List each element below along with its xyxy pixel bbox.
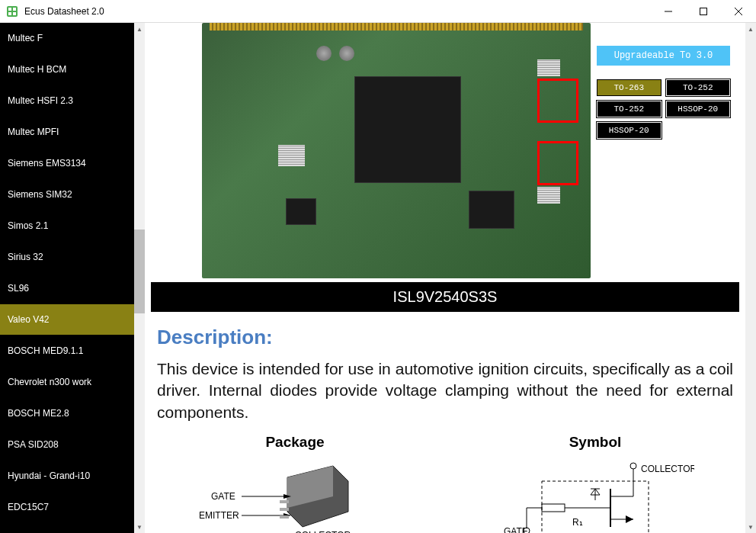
sidebar-item-ecu[interactable]: EDC15C7 — [0, 492, 134, 523]
side-panel: Upgradeable To 3.0 TO-263TO-252TO-252HSS… — [597, 46, 730, 139]
part-title: ISL9V2540S3S — [151, 282, 739, 312]
sidebar-item-ecu[interactable]: PSA SID208 — [0, 429, 134, 461]
minimize-button[interactable] — [651, 0, 686, 23]
sidebar-item-ecu[interactable]: Multec F — [0, 23, 134, 54]
package-button[interactable]: TO-263 — [597, 79, 662, 96]
svg-rect-3 — [8, 12, 11, 15]
package-button[interactable]: HSSOP-20 — [666, 101, 731, 117]
content-area: Upgradeable To 3.0 TO-263TO-252TO-252HSS… — [145, 23, 756, 533]
svg-rect-2 — [13, 8, 16, 11]
window-title: Ecus Datasheet 2.0 — [24, 6, 651, 17]
package-diagram-title: Package — [196, 434, 394, 451]
symbol-diagram: Symbol COLLECTOR R₁ — [496, 434, 694, 533]
content-scrollbar[interactable]: ▲ ▼ — [745, 23, 756, 533]
diagrams-row: Package GATE EMITTER COLLECTOR — [145, 434, 745, 533]
pin-label-gate-2: GATE — [504, 526, 528, 533]
pin-label-r1: R₁ — [572, 517, 583, 528]
description-body: This device is intended for use in autom… — [157, 358, 733, 423]
svg-rect-1 — [8, 8, 11, 11]
content-scroll-track[interactable] — [745, 35, 756, 521]
svg-rect-16 — [280, 508, 289, 511]
sidebar-item-ecu[interactable]: Multec HSFI 2.3 — [0, 85, 134, 117]
package-svg: GATE EMITTER COLLECTOR — [196, 458, 394, 533]
svg-rect-15 — [280, 500, 289, 503]
sidebar-item-ecu[interactable]: Valeo V42 — [0, 304, 134, 336]
window-titlebar: Ecus Datasheet 2.0 — [0, 0, 756, 23]
scroll-up-arrow-icon[interactable]: ▲ — [134, 23, 145, 35]
sidebar-item-ecu[interactable]: Chevrolet n300 work — [0, 367, 134, 398]
sidebar-item-ecu[interactable]: Sirius 32 — [0, 242, 134, 273]
svg-marker-24 — [626, 515, 633, 523]
sidebar-item-ecu[interactable]: Multec MPFI — [0, 117, 134, 148]
maximize-button[interactable] — [686, 0, 721, 23]
sidebar-item-ecu[interactable]: BOSCH MED9.1.1 — [0, 336, 134, 367]
svg-rect-27 — [542, 504, 565, 512]
package-button[interactable]: TO-252 — [597, 101, 662, 117]
pin-label-gate: GATE — [211, 491, 235, 502]
scroll-down-arrow-icon[interactable]: ▼ — [134, 521, 145, 533]
pin-label-collector: COLLECTOR — [295, 530, 351, 533]
scroll-thumb[interactable] — [134, 230, 145, 313]
svg-rect-4 — [13, 12, 16, 15]
sidebar-item-ecu[interactable]: Hyundai - Grand-i10 — [0, 461, 134, 492]
content-scroll-down-icon[interactable]: ▼ — [745, 521, 756, 533]
package-grid: TO-263TO-252TO-252HSSOP-20HSSOP-20 — [597, 79, 730, 139]
sidebar-item-ecu[interactable]: Siemens SIM32 — [0, 179, 134, 210]
description-heading: Description: — [157, 326, 733, 349]
sidebar-item-ecu[interactable]: SL96 — [0, 273, 134, 304]
sidebar-scrollbar[interactable]: ▲ ▼ — [134, 23, 145, 533]
component-highlight-2 — [537, 141, 578, 185]
package-button[interactable]: TO-252 — [666, 79, 731, 96]
package-button[interactable]: HSSOP-20 — [597, 122, 662, 139]
component-highlight-1 — [537, 79, 578, 123]
svg-rect-17 — [280, 515, 289, 519]
pin-label-emitter: EMITTER — [199, 510, 239, 521]
pcb-area: Upgradeable To 3.0 TO-263TO-252TO-252HSS… — [145, 23, 745, 278]
scroll-track[interactable] — [134, 35, 145, 521]
pcb-board-image — [202, 23, 591, 278]
sidebar-item-ecu[interactable]: BOSCH ME2.8 — [0, 398, 134, 429]
sidebar-item-ecu[interactable]: Simos 2.1 — [0, 210, 134, 242]
close-button[interactable] — [721, 0, 756, 23]
window-controls — [651, 0, 756, 23]
content-scroll-up-icon[interactable]: ▲ — [745, 23, 756, 35]
symbol-diagram-title: Symbol — [496, 434, 694, 451]
app-icon — [6, 5, 18, 18]
sidebar-item-ecu[interactable]: Multec H BCM — [0, 54, 134, 85]
symbol-svg: COLLECTOR R₁ GATE — [496, 458, 694, 533]
upgrade-button[interactable]: Upgradeable To 3.0 — [597, 46, 730, 66]
svg-point-19 — [630, 463, 636, 469]
package-diagram: Package GATE EMITTER COLLECTOR — [196, 434, 394, 533]
pin-label-collector-2: COLLECTOR — [641, 464, 694, 474]
sidebar-item-ecu[interactable]: Siemens EMS3134 — [0, 148, 134, 179]
ecu-sidebar: Multec FMultec H BCMMultec HSFI 2.3Multe… — [0, 23, 134, 533]
svg-rect-6 — [700, 8, 707, 14]
